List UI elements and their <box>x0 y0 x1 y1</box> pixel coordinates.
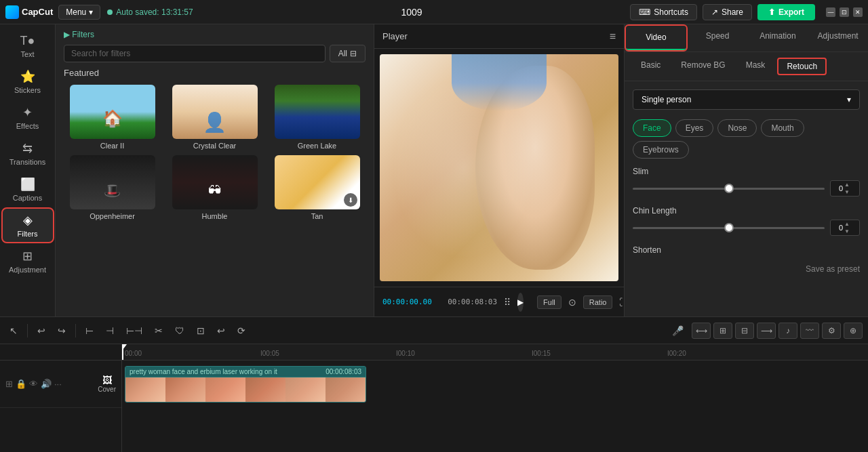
fit-icon[interactable]: ⊙ <box>568 297 576 308</box>
filters-all-button[interactable]: All ⊟ <box>330 45 366 62</box>
face-button[interactable]: Face <box>633 119 671 137</box>
tab-adjustment[interactable]: Adjustment <box>808 24 868 52</box>
filters-search-input[interactable] <box>64 45 326 62</box>
tab-animation[interactable]: Animation <box>748 24 808 52</box>
cursor-tool[interactable]: ↖ <box>5 323 22 339</box>
toolbar-item-filters[interactable]: ◈ Filters <box>3 209 53 242</box>
filter-name-tan: Tan <box>311 212 323 220</box>
nose-button[interactable]: Nose <box>717 119 757 137</box>
crop-button[interactable]: ⊡ <box>193 323 209 339</box>
trim-start-button[interactable]: ⊣ <box>102 323 118 339</box>
filter-thumb-clear-ii <box>70 85 155 139</box>
player-header: Player ≡ <box>374 24 624 49</box>
toolbar-item-captions[interactable]: ⬜ Captions <box>3 173 53 206</box>
window-controls: — ⊡ ✕ <box>826 7 863 17</box>
share-button[interactable]: ↗ Share <box>703 4 752 20</box>
person-type-row: Single person ▾ <box>633 89 860 110</box>
video-clip[interactable]: pretty woman face and erbium laser worki… <box>125 366 366 403</box>
cover-button[interactable]: 🖼 Cover <box>98 375 116 393</box>
audio-button[interactable]: ♪ <box>778 323 797 339</box>
sub-tab-mask[interactable]: Mask <box>738 58 774 75</box>
filter-thumb-tan: ⬇ <box>275 155 360 209</box>
clip-thumb-2 <box>165 377 205 402</box>
play-button[interactable]: ▶ <box>517 293 524 312</box>
maximize-button[interactable]: ⊡ <box>840 7 849 17</box>
export-button[interactable]: ⬆ Export <box>757 4 815 20</box>
playhead[interactable] <box>122 344 123 360</box>
rotate-button[interactable]: ⟳ <box>233 323 250 339</box>
add-track-button[interactable]: ⊕ <box>844 323 863 339</box>
redo-button[interactable]: ↪ <box>54 323 70 339</box>
full-button[interactable]: Full <box>537 295 561 309</box>
filter-item-oppenheimer[interactable]: Oppenheimer <box>64 155 161 220</box>
toolbar-item-effects[interactable]: ✦ Effects <box>3 101 53 134</box>
filter-item-crystal-clear[interactable]: Crystal Clear <box>166 85 263 150</box>
chin-length-control: 0 ▲ ▼ <box>633 220 860 236</box>
grid-icon: ⠿ <box>504 297 511 308</box>
chin-length-slider[interactable] <box>633 227 825 229</box>
slim-increment[interactable]: ▲ <box>843 181 851 188</box>
close-button[interactable]: ✕ <box>853 7 863 17</box>
video-frame <box>380 54 618 281</box>
filter-item-humble[interactable]: Humble <box>166 155 263 220</box>
slim-decrement[interactable]: ▼ <box>843 188 851 196</box>
timeline-body: ⊞ 🔒 👁 🔊 ··· 🖼 Cover 00:00 I00:05 <box>0 344 868 452</box>
chin-length-value-box: 0 ▲ ▼ <box>830 220 860 236</box>
delete-button[interactable]: ✂ <box>151 323 167 339</box>
mouth-button[interactable]: Mouth <box>761 119 804 137</box>
mic-button[interactable]: 🎤 <box>668 323 688 339</box>
save-preset-button[interactable]: Save as preset <box>806 264 860 274</box>
filter-thumb-green-lake <box>275 85 360 139</box>
person-type-dropdown[interactable]: Single person ▾ <box>633 89 860 110</box>
clip-thumbnails <box>125 377 366 402</box>
sub-tab-basic[interactable]: Basic <box>633 58 669 75</box>
menu-button[interactable]: Menu ▾ <box>58 5 100 20</box>
link-clips-button[interactable]: ⟷ <box>692 323 711 339</box>
player-menu-button[interactable]: ≡ <box>610 30 616 43</box>
snap-button[interactable]: ⊟ <box>735 323 754 339</box>
timeline-ruler: 00:00 I00:05 I00:10 I00:15 I00:20 <box>122 344 868 361</box>
toolbar-item-transitions[interactable]: ⇆ Transitions <box>3 137 53 170</box>
track-lock-icon[interactable]: 🔒 <box>16 379 26 389</box>
track-audio-icon[interactable]: 🔊 <box>41 379 52 389</box>
text-icon: T● <box>20 34 35 48</box>
minimize-button[interactable]: — <box>826 7 835 17</box>
chin-length-increment[interactable]: ▲ <box>843 220 851 228</box>
multi-track-button[interactable]: ⊞ <box>713 323 732 339</box>
timeline-left: ⊞ 🔒 👁 🔊 ··· 🖼 Cover <box>0 344 122 452</box>
flip-button[interactable]: ↩ <box>213 323 229 339</box>
ratio-button[interactable]: Ratio <box>583 295 613 309</box>
tab-speed[interactable]: Speed <box>688 24 748 52</box>
undo-button[interactable]: ↩ <box>33 323 50 339</box>
toolbar-item-text[interactable]: T● Text <box>3 30 53 62</box>
sub-tab-retouch[interactable]: Retouch <box>777 58 827 75</box>
track-visibility-icon[interactable]: 👁 <box>29 379 38 389</box>
slim-slider[interactable] <box>633 188 825 190</box>
toolbar-item-stickers[interactable]: ⭐ Stickers <box>3 65 53 98</box>
filter-item-green-lake[interactable]: Green Lake <box>269 85 366 150</box>
split-button[interactable]: ⊢ <box>81 323 98 339</box>
eyebrows-button[interactable]: Eyebrows <box>633 141 689 159</box>
filter-item-tan[interactable]: ⬇ Tan <box>269 155 366 220</box>
filter-item-clear-ii[interactable]: Clear II <box>64 85 161 150</box>
auto-scroll-button[interactable]: ⟶ <box>757 323 776 339</box>
shorten-slider-row: Shorten <box>633 245 860 255</box>
freeze-button[interactable]: 🛡 <box>171 323 189 339</box>
sub-tab-remove-bg[interactable]: Remove BG <box>673 58 733 75</box>
trim-end-button[interactable]: ⊢⊣ <box>122 323 146 339</box>
waveform-button[interactable]: 〰 <box>800 323 819 339</box>
toolbar-item-adjustment[interactable]: ⊞ Adjustment <box>3 245 53 278</box>
settings-button[interactable]: ⚙ <box>822 323 841 339</box>
filter-name-clear-ii: Clear II <box>100 142 124 150</box>
track-layout-icon[interactable]: ⊞ <box>5 379 13 389</box>
filter-name-green-lake: Green Lake <box>298 142 336 150</box>
shortcuts-button[interactable]: ⌨ Shortcuts <box>630 4 697 20</box>
filters-panel: Filters All ⊟ Featured Clear II <box>56 24 374 316</box>
download-icon[interactable]: ⬇ <box>344 193 357 207</box>
eyes-button[interactable]: Eyes <box>675 119 714 137</box>
chin-length-decrement[interactable]: ▼ <box>843 228 851 235</box>
tab-video[interactable]: Video <box>626 26 686 50</box>
filters-content: Featured Clear II Crystal Clear <box>56 68 374 316</box>
track-more-icon[interactable]: ··· <box>54 379 62 389</box>
filter-thumb-humble <box>172 155 258 209</box>
